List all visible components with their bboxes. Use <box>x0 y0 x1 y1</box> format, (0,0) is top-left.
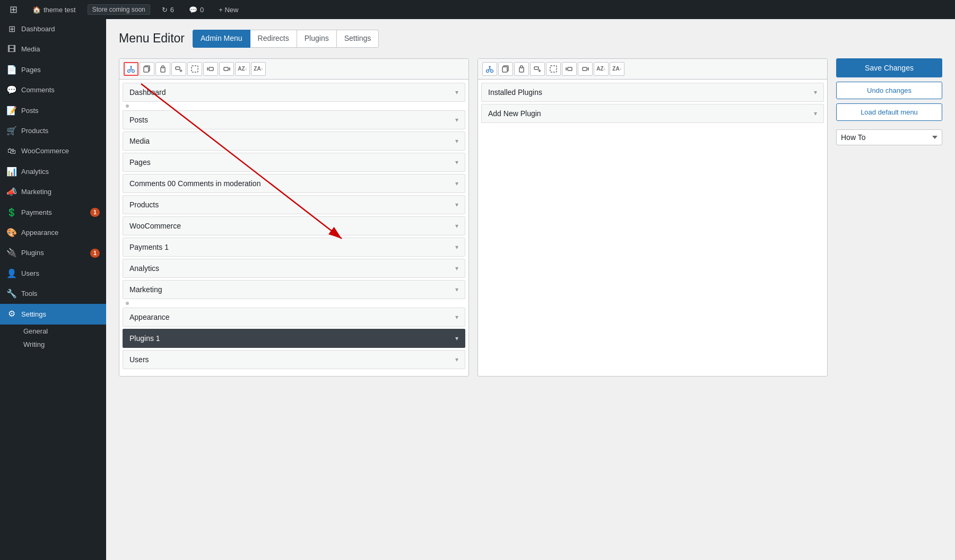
sep-dot2 <box>126 302 129 305</box>
menu-item-pages[interactable]: Pages ▾ <box>123 153 465 172</box>
sidebar-item-products[interactable]: 🛒 Products <box>0 121 106 141</box>
site-name-button[interactable]: 🏠 theme test <box>29 0 79 19</box>
sidebar-sub-writing[interactable]: Writing <box>23 338 106 351</box>
right-btn-add[interactable] <box>530 62 545 76</box>
right-btn-select[interactable] <box>546 62 561 76</box>
menu-item-sep1 <box>123 104 465 108</box>
right-btn-paste[interactable] <box>514 62 529 76</box>
save-changes-button[interactable]: Save Changes <box>836 58 942 77</box>
sidebar-item-plugins[interactable]: 🔌 Plugins 1 <box>0 243 106 263</box>
tab-redirects[interactable]: Redirects <box>250 30 297 48</box>
svg-rect-7 <box>144 67 149 72</box>
sidebar-item-woocommerce[interactable]: 🛍 WooCommerce <box>0 141 106 161</box>
right-btn-sort-az[interactable]: AZ↓ <box>594 62 609 76</box>
sidebar-item-users[interactable]: 👤 Users <box>0 264 106 284</box>
menu-item-label-media: Media <box>129 137 150 145</box>
left-btn-cut[interactable] <box>124 62 138 76</box>
wp-logo-button[interactable]: ⊞ <box>6 0 21 19</box>
analytics-icon: 📊 <box>6 166 17 178</box>
menu-item-label-plugins: Plugins 1 <box>129 334 160 343</box>
menu-item-media[interactable]: Media ▾ <box>123 132 465 151</box>
left-btn-paste[interactable] <box>155 62 170 76</box>
refresh-button[interactable]: ↻ 6 <box>159 0 177 19</box>
menu-item-posts[interactable]: Posts ▾ <box>123 110 465 129</box>
left-btn-add-node[interactable] <box>171 62 186 76</box>
menu-item-analytics[interactable]: Analytics ▾ <box>123 259 465 278</box>
menu-item-marketing[interactable]: Marketing ▾ <box>123 280 465 299</box>
sidebar-item-tools[interactable]: 🔧 Tools <box>0 284 106 304</box>
sidebar-item-wrapper-media: 🎞 Media <box>0 39 106 59</box>
sidebar-label-analytics: Analytics <box>21 167 100 177</box>
right-btn-copy[interactable] <box>498 62 513 76</box>
sidebar-item-analytics[interactable]: 📊 Analytics <box>0 162 106 182</box>
comments-count: 0 <box>200 6 204 14</box>
sidebar: ⊞ Dashboard 🎞 Media 📄 Pages 💬 Comments <box>0 19 106 560</box>
menu-item-payments[interactable]: Payments 1 ▾ <box>123 238 465 257</box>
svg-line-23 <box>490 68 491 71</box>
menu-item-comments[interactable]: Comments 00 Comments in moderation ▾ <box>123 174 465 193</box>
sidebar-item-pages[interactable]: 📄 Pages <box>0 60 106 80</box>
right-btn-outdent[interactable] <box>578 62 593 76</box>
menu-item-appearance[interactable]: Appearance ▾ <box>123 308 465 327</box>
payments-badge: 1 <box>90 208 100 217</box>
admin-bar: ⊞ 🏠 theme test Store coming soon ↻ 6 💬 0… <box>0 0 955 19</box>
marketing-icon: 📣 <box>6 186 17 198</box>
sidebar-label-media: Media <box>21 45 100 54</box>
sidebar-label-pages: Pages <box>21 65 100 75</box>
new-content-button[interactable]: + New <box>215 0 241 19</box>
right-btn-indent[interactable] <box>562 62 577 76</box>
menu-item-products[interactable]: Products ▾ <box>123 195 465 214</box>
svg-rect-29 <box>520 66 523 68</box>
right-btn-sort-za[interactable]: ZA↓ <box>610 62 624 76</box>
store-badge[interactable]: Store coming soon <box>88 4 150 15</box>
left-btn-outdent[interactable] <box>219 62 234 76</box>
sidebar-item-appearance[interactable]: 🎨 Appearance <box>0 223 106 243</box>
menu-item-users[interactable]: Users ▾ <box>123 350 465 369</box>
how-to-dropdown[interactable]: How To Option 2 Option 3 <box>836 129 942 145</box>
editor-layout: AZ↓ ZA↓ Dashboard ▾ Posts ▾ <box>119 58 942 377</box>
right-btn-cut[interactable] <box>482 62 497 76</box>
undo-changes-button[interactable]: Undo changes <box>836 82 942 99</box>
chevron-icon-media: ▾ <box>455 137 458 145</box>
svg-rect-10 <box>176 67 180 69</box>
settings-submenu: General Writing <box>0 325 106 351</box>
sidebar-item-dashboard[interactable]: ⊞ Dashboard <box>0 19 106 39</box>
sidebar-item-wrapper-posts: 📝 Posts <box>0 101 106 121</box>
left-btn-copy[interactable] <box>140 62 154 76</box>
tab-admin-menu[interactable]: Admin Menu <box>193 30 250 48</box>
sidebar-item-wrapper-pages: 📄 Pages <box>0 60 106 80</box>
left-menu-items-list: Dashboard ▾ Posts ▾ Media ▾ <box>119 80 468 374</box>
menu-item-add-new-plugin[interactable]: Add New Plugin ▾ <box>481 104 824 123</box>
sidebar-item-media[interactable]: 🎞 Media <box>0 39 106 59</box>
menu-item-installed-plugins[interactable]: Installed Plugins ▾ <box>481 83 824 102</box>
sidebar-label-comments: Comments <box>21 85 100 95</box>
load-default-menu-button[interactable]: Load default menu <box>836 103 942 121</box>
left-btn-sort-az[interactable]: AZ↓ <box>235 62 250 76</box>
left-btn-select[interactable] <box>187 62 202 76</box>
dashboard-icon: ⊞ <box>6 23 17 35</box>
left-btn-indent[interactable] <box>203 62 218 76</box>
sidebar-label-marketing: Marketing <box>21 187 100 197</box>
sidebar-item-wrapper-products: 🛒 Products <box>0 121 106 141</box>
menu-item-label-add-new-plugin: Add New Plugin <box>488 109 541 118</box>
menu-item-dashboard[interactable]: Dashboard ▾ <box>123 83 465 102</box>
sidebar-sub-general[interactable]: General <box>23 325 106 338</box>
sidebar-label-users: Users <box>21 269 100 278</box>
sidebar-item-settings[interactable]: ⚙ Settings <box>0 304 106 324</box>
chevron-icon-plugins: ▾ <box>455 335 458 342</box>
chevron-icon-posts: ▾ <box>455 116 458 124</box>
home-icon: 🏠 <box>32 6 41 14</box>
left-btn-sort-za[interactable]: ZA↓ <box>251 62 266 76</box>
sidebar-item-comments[interactable]: 💬 Comments <box>0 80 106 100</box>
menu-item-woocommerce[interactable]: WooCommerce ▾ <box>123 216 465 235</box>
sidebar-item-wrapper-dashboard: ⊞ Dashboard <box>0 19 106 39</box>
sidebar-item-marketing[interactable]: 📣 Marketing <box>0 182 106 202</box>
sidebar-item-posts[interactable]: 📝 Posts <box>0 101 106 121</box>
sidebar-item-payments[interactable]: 💲 Payments 1 <box>0 203 106 223</box>
plugins-badge: 1 <box>90 249 100 258</box>
menu-item-plugins[interactable]: Plugins 1 ▾ <box>123 329 465 348</box>
tab-settings[interactable]: Settings <box>336 30 379 48</box>
svg-rect-37 <box>583 67 587 71</box>
comments-button[interactable]: 💬 0 <box>186 0 207 19</box>
tab-plugins[interactable]: Plugins <box>297 30 337 48</box>
